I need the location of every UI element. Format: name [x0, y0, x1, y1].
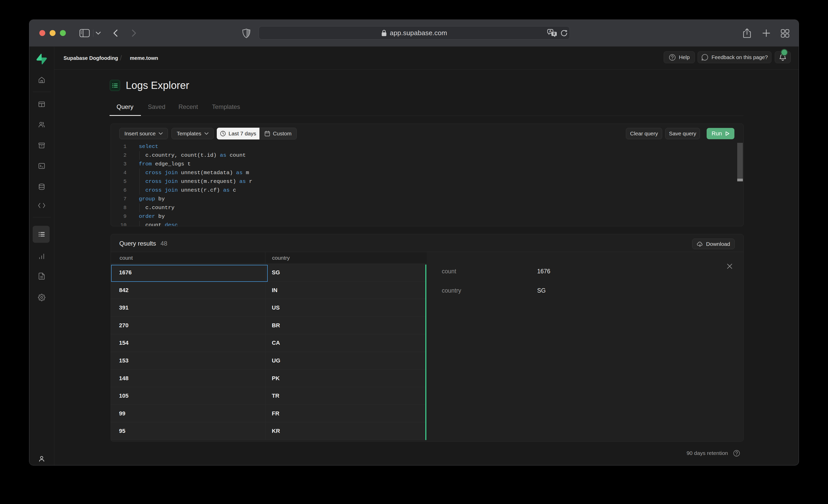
svg-text:A: A [549, 29, 551, 33]
